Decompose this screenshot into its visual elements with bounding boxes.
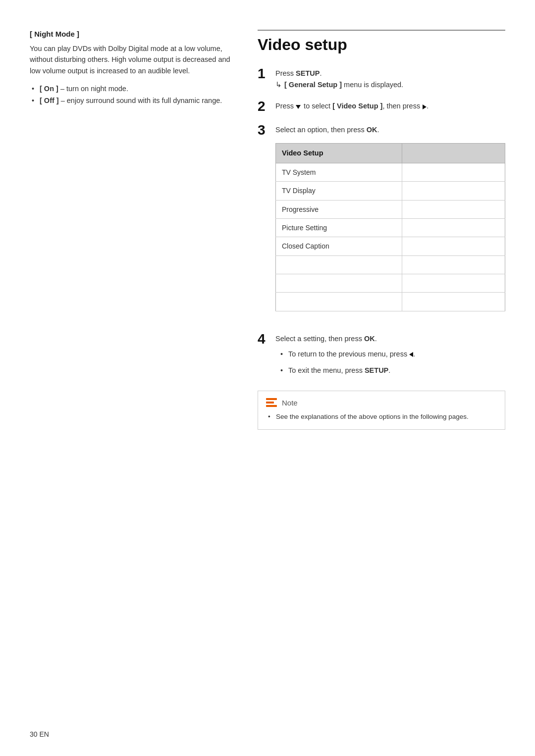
page-container: [ Night Mode ] You can play DVDs with Do…	[0, 0, 535, 756]
step-1-sub: [ General Setup ] menu is displayed.	[275, 79, 505, 91]
note-text: See the explanations of the above option…	[276, 413, 469, 420]
table-cell-right	[402, 274, 505, 293]
list-item: To exit the menu, press SETUP.	[280, 365, 505, 376]
step-3: 3 Select an option, then press OK. Video…	[258, 124, 505, 323]
step-number-3: 3	[258, 122, 275, 138]
step-4: 4 Select a setting, then press OK. To re…	[258, 333, 505, 381]
table-cell-right	[402, 218, 505, 237]
bullet-list: [ On ] – turn on night mode. [ Off ] – e…	[32, 83, 238, 106]
table-cell-right	[402, 182, 505, 200]
table-cell-left	[276, 255, 402, 274]
note-icon-bar-2	[266, 402, 274, 403]
step-1: 1 Press SETUP. [ General Setup ] menu is…	[258, 68, 505, 91]
step-2-content: Press to select [ Video Setup ], then pr…	[275, 101, 505, 112]
list-item: To return to the previous menu, press .	[280, 349, 505, 359]
list-item: [ Off ] – enjoy surround sound with its …	[32, 95, 238, 106]
table-cell-left: TV System	[276, 163, 402, 181]
arrow-down-icon	[296, 105, 301, 109]
list-item: [ On ] – turn on night mode.	[32, 83, 238, 95]
bullet-text: turn on night mode.	[66, 85, 128, 93]
note-icon	[266, 398, 277, 407]
table-cell-right	[402, 200, 505, 218]
table-row	[276, 255, 505, 274]
step-3-text: Select an option, then press OK.	[275, 126, 379, 134]
table-cell-right	[402, 163, 505, 181]
step-number-1: 1	[258, 66, 275, 82]
step-number-2: 2	[258, 99, 275, 114]
video-setup-table: Video Setup TV System TV Display	[275, 143, 505, 311]
table-cell-right	[402, 293, 505, 311]
table-header-right	[402, 143, 505, 163]
note-icon-bar-1	[266, 398, 277, 400]
step-2: 2 Press to select [ Video Setup ], then …	[258, 101, 505, 114]
note-header: Note	[266, 398, 497, 407]
table-cell-left	[276, 293, 402, 311]
table-cell-right	[402, 237, 505, 255]
note-box: Note See the explanations of the above o…	[258, 391, 505, 430]
list-item: See the explanations of the above option…	[268, 412, 497, 422]
table-row	[276, 274, 505, 293]
right-column: Video setup 1 Press SETUP. [ General Set…	[258, 30, 505, 726]
table-cell-left: TV Display	[276, 182, 402, 200]
step-1-content: Press SETUP. [ General Setup ] menu is d…	[275, 68, 505, 91]
table-row	[276, 293, 505, 311]
table-row: Picture Setting	[276, 218, 505, 237]
arrow-right-icon	[423, 104, 427, 109]
table-cell-left: Closed Caption	[276, 237, 402, 255]
bullet-separator: –	[60, 85, 66, 93]
note-icon-bar-3	[266, 405, 277, 407]
table-cell-left: Progressive	[276, 200, 402, 218]
step-4-content: Select a setting, then press OK. To retu…	[275, 333, 505, 381]
step-1-main: Press SETUP.	[275, 69, 321, 77]
table-row: Progressive	[276, 200, 505, 218]
step-3-content: Select an option, then press OK. Video S…	[275, 124, 505, 323]
table-cell-left: Picture Setting	[276, 218, 402, 237]
step4-bullet-list: To return to the previous menu, press . …	[280, 349, 505, 376]
table-cell-right	[402, 255, 505, 274]
bullet-label: [ Off ]	[40, 97, 59, 104]
table-header-left: Video Setup	[276, 143, 402, 163]
steps-list: 1 Press SETUP. [ General Setup ] menu is…	[258, 68, 505, 381]
step-number-4: 4	[258, 331, 275, 347]
bullet-label: [ On ]	[40, 85, 58, 93]
table-row: TV System	[276, 163, 505, 181]
section-heading: [ Night Mode ]	[30, 30, 238, 38]
table-row: Closed Caption	[276, 237, 505, 255]
step-4-main: Select a setting, then press OK.	[275, 335, 377, 343]
left-column: [ Night Mode ] You can play DVDs with Do…	[30, 30, 238, 726]
note-label: Note	[282, 399, 298, 407]
note-bullet-list: See the explanations of the above option…	[268, 412, 497, 422]
bullet-separator: –	[61, 97, 67, 104]
table-row: TV Display	[276, 182, 505, 200]
arrow-left-icon	[409, 352, 413, 357]
body-text: You can play DVDs with Dolby Digital mod…	[30, 43, 238, 76]
table-cell-left	[276, 274, 402, 293]
page-title: Video setup	[258, 30, 505, 54]
page-footer: 30 EN	[30, 730, 49, 738]
bullet-text: enjoy surround sound with its full dynam…	[67, 97, 222, 104]
